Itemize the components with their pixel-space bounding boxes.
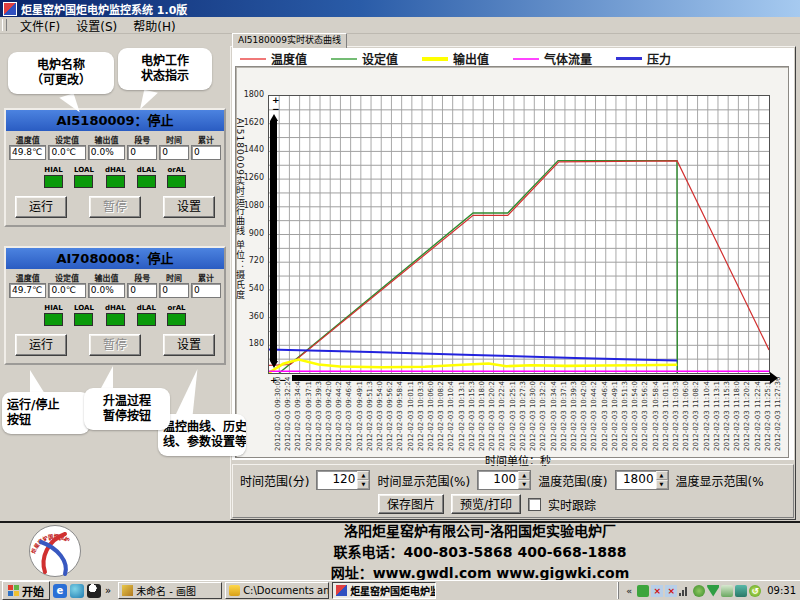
temp-range-spinner[interactable]: 1800 ▲▼ [615,470,669,490]
x-tick-label: 2012-02-03 10:42:00 [580,381,588,451]
y-tick-label: 1440 [240,145,264,154]
y-zoom-in-icon[interactable]: + [272,96,280,104]
x-tick-label: 2012-02-03 10:58:48 [652,381,660,451]
alarm-indicator: dHAL [105,304,126,326]
spin-up-icon[interactable]: ▲ [357,471,369,480]
run-button[interactable]: 运行 [15,196,67,218]
time-range-spinner[interactable]: 120 ▲▼ [316,470,370,490]
field-label: 段号 [127,272,157,283]
x-zoom-in-icon[interactable]: + [270,376,278,384]
time-range-label: 时间范围(分) [240,472,309,489]
callout-curves-settings: 温控曲线、历史曲线、参数设置等等 [158,414,246,456]
task-paint[interactable]: 未命名 - 画图 [118,582,222,599]
tray-globe-icon[interactable] [693,585,705,597]
callout-run-stop: 运行/停止按钮 [2,392,90,434]
chart-controls-row: 时间范围(分) 120 ▲▼ 时间显示范围(%) 100 ▲▼ 温度范围(度) … [240,469,792,491]
chart-legend: 温度值设定值输出值气体流量压力 [240,51,788,66]
footer-company: 洛阳炬星窑炉有限公司-洛阳国炬实验电炉厂 [344,520,616,540]
legend-swatch [422,57,448,61]
field-label: 时间 [159,272,189,283]
field-group: 温度值49.8℃ [9,134,46,160]
field-label: 输出值 [88,134,125,145]
spin-down-icon[interactable]: ▼ [357,480,369,489]
field-label: 时间 [159,134,189,145]
x-tick-label: 2012-02-03 10:49:12 [611,381,619,451]
field-value: 0.0% [88,145,125,160]
field-group: 累计0 [191,272,221,298]
menu-settings[interactable]: 设置(S) [68,16,125,35]
legend-item: 设定值 [331,50,398,67]
menu-help[interactable]: 帮助(H) [125,16,183,35]
x-scroll-right-icon[interactable] [770,372,778,384]
x-tick-label: 2012-02-03 11:01:12 [662,381,670,451]
x-tick-label: 2012-02-03 10:10:48 [447,381,455,451]
temp-display-label: 温度显示范围(% [676,472,764,489]
x-tick-label: 2012-02-03 11:03:36 [672,381,680,451]
legend-label: 气体流量 [544,50,592,67]
task-explorer[interactable]: C:\Documents and Se... [225,582,329,599]
spin-up-icon[interactable]: ▲ [656,471,668,480]
field-label: 累计 [191,272,221,283]
y-zoom-out-icon[interactable]: − [272,105,280,113]
legend-label: 输出值 [453,50,489,67]
y-tick-label: 1260 [240,173,264,182]
messenger-icon[interactable] [70,584,84,598]
folder-icon [229,585,240,596]
ie-icon[interactable]: e [53,584,67,598]
tray-app2-icon[interactable] [735,585,747,597]
device-panel-2: AI7080008：停止 温度值49.7℃设定值0.0℃输出值0.0%段号0时间… [4,246,226,365]
realtime-track-checkbox[interactable] [528,498,541,511]
field-label: 设定值 [48,272,85,283]
menu-file[interactable]: 文件(F) [12,16,68,35]
x-tick-label: 2012-02-03 10:44:24 [590,381,598,451]
tray-network-error-icon[interactable]: × [651,585,663,597]
callout-tail [30,370,45,394]
task-furnace-monitor[interactable]: 炬星窑炉国炬电炉监... [332,582,436,599]
legend-item: 温度值 [240,50,307,67]
field-group: 设定值0.0℃ [48,272,85,298]
y-scroll-up-icon[interactable] [270,114,278,121]
run-button[interactable]: 运行 [15,334,67,356]
time-display-spinner[interactable]: 100 ▲▼ [477,470,531,490]
spin-down-icon[interactable]: ▼ [656,480,668,489]
tray-app1-icon[interactable] [721,585,733,597]
legend-swatch [331,58,357,60]
spin-down-icon[interactable]: ▼ [518,480,530,489]
y-axis-slider[interactable] [270,121,277,361]
preview-print-button[interactable]: 预览/打印 [451,494,521,514]
window-titlebar[interactable]: 炬星窑炉国炬电炉监控系统 1.0版 [0,0,800,17]
legend-swatch [240,58,266,60]
y-scroll-down-icon[interactable] [270,361,278,368]
taskbar: 开始 e » 未命名 - 画图 C:\Documents and Se... 炬… [0,580,800,600]
quicklaunch-chevron-icon[interactable]: » [105,585,111,596]
save-image-button[interactable]: 保存图片 [378,494,444,514]
legend-item: 压力 [616,50,671,67]
tray-green-icon[interactable] [637,585,649,597]
y-tick-label: 900 [240,229,264,238]
spin-up-icon[interactable]: ▲ [518,471,530,480]
tray-chevron-icon[interactable]: « [623,585,635,597]
legend-label: 温度值 [271,50,307,67]
settings-button[interactable]: 设置 [163,196,215,218]
x-tick-label: 2012-02-03 10:18:00 [478,381,486,451]
footer-phone: 联系电话：400-803-5868 400-668-1888 [334,541,627,561]
tray-network-error2-icon[interactable]: × [665,585,677,597]
alarm-indicator: dLAL [137,304,156,326]
x-tick-label: 2012-02-03 09:39:36 [315,381,323,451]
x-zoom-out-icon[interactable]: − [279,376,287,384]
field-value: 0.0% [88,283,125,298]
field-value: 0.0℃ [48,145,85,160]
tray-signal-icon[interactable] [679,586,691,596]
tray-shield-icon[interactable] [707,585,719,597]
series-line-温度值 [269,161,769,365]
alarm-indicator: LOAL [74,304,94,326]
tray-update-icon[interactable]: ↺ [749,585,761,597]
qq-icon[interactable] [87,584,101,598]
x-axis-slider[interactable] [292,375,770,381]
legend-swatch [513,58,539,60]
callout-tail [100,366,113,390]
start-button[interactable]: 开始 [2,581,50,600]
tab-realtime-curve[interactable]: AI5180009实时状态曲线 [232,33,347,48]
chart-plot[interactable] [268,95,770,374]
settings-button[interactable]: 设置 [163,334,215,356]
